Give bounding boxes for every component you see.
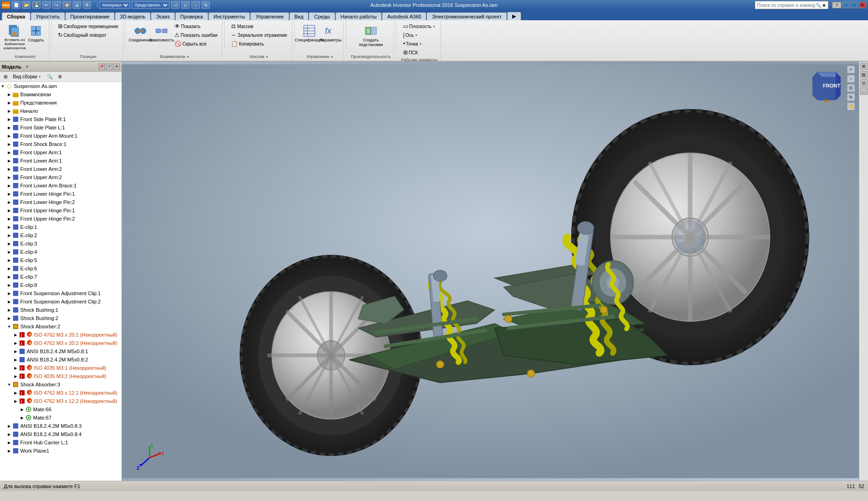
tree-item[interactable]: ▶E-clip:2 xyxy=(0,231,122,239)
app-icon[interactable]: PRO xyxy=(2,1,10,9)
tree-item[interactable]: ▶Начало xyxy=(0,107,122,115)
point-button[interactable]: • Точка ▼ xyxy=(401,40,437,48)
tree-item[interactable]: ▶E-clip:5 xyxy=(0,256,122,264)
tree-item[interactable]: ▶!✕ISO 4035 M3:2 (Некорректный) xyxy=(0,372,122,380)
tree-expander[interactable]: ▶ xyxy=(6,431,12,437)
free-rotate-button[interactable]: ↻ Свободный поворот xyxy=(56,31,120,39)
tree-item[interactable]: ▶E-clip:6 xyxy=(0,264,122,273)
search-icon[interactable]: 🔍 xyxy=(816,3,821,8)
minimize-button[interactable]: ─ xyxy=(842,2,850,8)
tree-expander[interactable]: ▶ xyxy=(6,100,12,105)
tab-3dmodel[interactable]: 3D-модель xyxy=(115,12,150,20)
tree-item[interactable]: ▶Взаимосвязи xyxy=(0,90,122,99)
tree-item[interactable]: ▶Front Upper Arm Mount:1 xyxy=(0,132,122,140)
tree-item[interactable]: ▶Front Suspension Adjustment Clip:1 xyxy=(0,289,122,297)
rsb-panels[interactable]: ▤ xyxy=(860,71,868,78)
bom-button[interactable]: Спецификация xyxy=(299,22,319,44)
tree-expander[interactable]: ▶ xyxy=(6,92,12,97)
qa-settings[interactable]: ⚙ xyxy=(83,1,91,9)
tree-expander[interactable]: ▶ xyxy=(13,398,18,404)
tree-item[interactable]: ▶Front Upper Hinge Pin:1 xyxy=(0,206,122,215)
tree-item[interactable]: ▶Front Hub Carrier L:1 xyxy=(0,438,122,447)
plane-button[interactable]: ▭ Плоскость ▼ xyxy=(401,22,437,30)
tree-expander[interactable]: ▶ xyxy=(13,390,18,396)
tree-expander[interactable]: ▶ xyxy=(6,208,12,213)
qa-extra1[interactable]: ◁ xyxy=(171,1,179,9)
tree-item[interactable]: ▼⬡Suspension As.iam xyxy=(0,82,122,90)
tab-assembly[interactable]: Сборка xyxy=(2,12,30,20)
tree-expander[interactable]: ▶ xyxy=(13,349,18,354)
tree-item[interactable]: ▶!✕ISO 4762 M3 x 12:2 (Некорректный) xyxy=(0,397,122,405)
material-dropdown[interactable]: Материал xyxy=(99,1,130,9)
tree-expander[interactable]: ▶ xyxy=(6,291,12,296)
qa-print[interactable]: 🖨 xyxy=(73,1,81,9)
tree-expander[interactable]: ▶ xyxy=(6,423,12,429)
tab-design[interactable]: Проектирование xyxy=(65,12,115,20)
tree-item[interactable]: ▶Front Side Plate L:1 xyxy=(0,123,122,132)
qa-new[interactable]: 📄 xyxy=(12,1,20,9)
view-dropdown[interactable]: Представлен. xyxy=(132,1,169,9)
tree-item[interactable]: ▶Front Lower Arm Brace:1 xyxy=(0,181,122,190)
tree-item[interactable]: ▶E-clip:1 xyxy=(0,223,122,231)
navcube[interactable]: FRONT xyxy=(808,65,845,102)
tree-item[interactable]: ▶Mate:67 xyxy=(0,414,122,422)
tree-expander[interactable]: ▶ xyxy=(6,117,12,122)
tree-item[interactable]: ▶ANSI B18.2.4.2M M5x0.8:2 xyxy=(0,355,122,364)
view-assembly-button[interactable]: Вид сборки ▼ xyxy=(11,73,43,80)
tree-expander[interactable]: ▶ xyxy=(6,166,12,172)
tree-expander[interactable]: ▶ xyxy=(6,315,12,321)
tree-item[interactable]: ▶Представления xyxy=(0,99,122,107)
tree-expander[interactable]: ▼ xyxy=(0,83,6,89)
tree-expander[interactable]: ▶ xyxy=(6,266,12,271)
search-input[interactable] xyxy=(757,3,816,8)
qa-save[interactable]: 💾 xyxy=(32,1,41,9)
tree-item[interactable]: ▶!✕ISO 4762 M3 x 20:2 (Некорректный) xyxy=(0,339,122,347)
qa-extra2[interactable]: ▷ xyxy=(181,1,190,9)
tree-expander[interactable]: ▶ xyxy=(19,407,25,412)
search-tree-button[interactable]: 🔍 xyxy=(45,73,54,80)
close-button[interactable]: ✕ xyxy=(859,2,866,8)
tree-expander[interactable]: ▶ xyxy=(6,216,12,221)
tree-item[interactable]: ▶E-clip:3 xyxy=(0,239,122,248)
model-tree[interactable]: ▼⬡Suspension As.iam▶Взаимосвязи▶Представ… xyxy=(0,82,122,481)
tree-item[interactable]: ▶Front Upper Arm:2 xyxy=(0,173,122,181)
tab-view[interactable]: Вид xyxy=(289,12,309,20)
tree-item[interactable]: ▶ANSI B18.2.4.2M M5x0.8:1 xyxy=(0,347,122,355)
rsb-fullscreen[interactable]: ⊞ xyxy=(860,63,868,70)
tree-expander[interactable]: ▶ xyxy=(6,241,12,246)
tree-item[interactable]: ▶!✕ISO 4762 M3 x 12:1 (Некорректный) xyxy=(0,389,122,397)
tree-expander[interactable]: ▶ xyxy=(6,191,12,197)
tab-sketch[interactable]: Эскиз xyxy=(151,12,174,20)
tree-expander[interactable]: ▶ xyxy=(6,199,12,205)
search-bar[interactable]: 🔍 ★ xyxy=(755,1,828,9)
tree-item[interactable]: ▶ANSI B18.2.4.2M M5x0.8:3 xyxy=(0,422,122,430)
tree-item[interactable]: ▶Front Lower Hinge Pin:2 xyxy=(0,198,122,206)
mirror-button[interactable]: ↔ Зеркальное отражение xyxy=(229,31,289,39)
qa-extra3[interactable]: ↕ xyxy=(191,1,200,9)
tree-expander[interactable]: ▶ xyxy=(6,125,12,130)
tab-getstarted[interactable]: Начало работы xyxy=(336,12,382,20)
tree-expander[interactable]: ▶ xyxy=(6,282,12,288)
joint-button[interactable]: Соединение xyxy=(130,22,150,44)
insert-from-library-button[interactable]: Вставить изБиблиотекикомпонентов xyxy=(5,22,25,52)
tree-expander[interactable]: ▶ xyxy=(13,332,18,338)
tree-expander[interactable]: ▶ xyxy=(6,224,12,230)
zoom-fit-button[interactable]: ⊡ xyxy=(847,84,855,92)
tree-item[interactable]: ▼Shock Absorber:3 xyxy=(0,380,122,389)
tree-item[interactable]: ▶Mate:66 xyxy=(0,405,122,414)
panel-close-button[interactable]: ✕ xyxy=(113,64,120,70)
tree-expander[interactable]: ▶ xyxy=(19,415,25,420)
panel-help-button[interactable]: ? xyxy=(106,64,112,70)
tree-expander[interactable]: ▶ xyxy=(6,249,12,255)
tree-expander[interactable]: ▶ xyxy=(6,274,12,280)
tree-item[interactable]: ▶!✕ISO 4035 M3:1 (Некорректный) xyxy=(0,364,122,372)
tree-item[interactable]: ▶Shock Bushing:2 xyxy=(0,314,122,322)
tab-tools[interactable]: Инструменты xyxy=(208,12,250,20)
help-button[interactable]: ? xyxy=(832,2,841,8)
ucs-button[interactable]: ⊞ ПСК xyxy=(401,48,437,57)
zoom-in-button[interactable]: + xyxy=(847,65,855,74)
tree-expander[interactable]: ▶ xyxy=(13,340,18,346)
qa-redo[interactable]: ↪ xyxy=(52,1,61,9)
tree-item[interactable]: ▶E-clip:4 xyxy=(0,248,122,256)
constraint-button[interactable]: Зависимость xyxy=(151,22,172,44)
